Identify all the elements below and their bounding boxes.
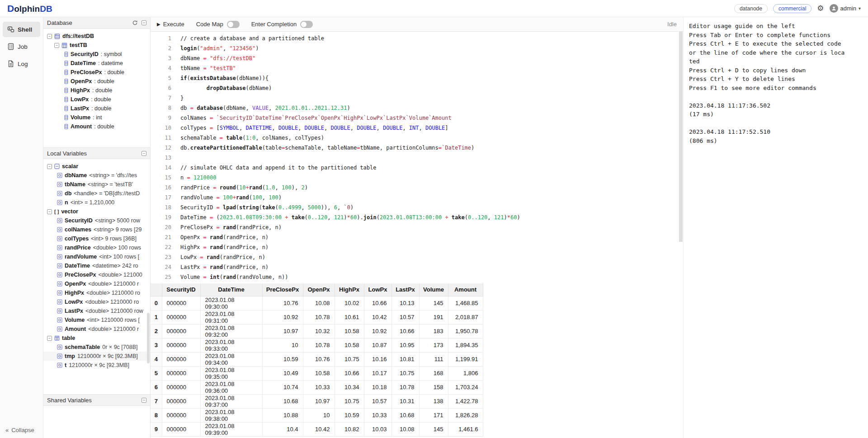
table-cell[interactable]: 2023.01.08 09:33:00 xyxy=(200,338,262,352)
sidebar-item-shell[interactable]: Shell xyxy=(3,22,40,37)
table-cell[interactable]: 10.08 xyxy=(392,422,419,436)
code-map-toggle[interactable] xyxy=(227,21,240,28)
commercial-button[interactable]: commercial xyxy=(773,4,811,13)
variable-item[interactable]: Volume<int> 1210000 rows [ xyxy=(43,316,150,325)
table-cell[interactable]: 2023.01.08 09:39:00 xyxy=(200,422,262,436)
code-line-text[interactable]: tbName = "testTB" xyxy=(180,63,236,73)
table-cell[interactable]: 10.02 xyxy=(335,296,364,310)
code-line-text[interactable]: db = database(dbName, VALUE, 2021.01.01.… xyxy=(180,103,350,113)
table-cell[interactable]: 1,950.78 xyxy=(448,324,483,338)
variable-item[interactable]: HighPx<double> 1210000 ro xyxy=(43,288,150,297)
table-cell[interactable]: 10.78 xyxy=(303,338,335,352)
collapse-variables-panel-icon[interactable]: − xyxy=(142,151,146,156)
table-cell[interactable]: 10.59 xyxy=(335,408,364,422)
table-cell[interactable]: 10.42 xyxy=(303,422,335,436)
table-cell[interactable]: 10.32 xyxy=(303,324,335,338)
table-cell[interactable]: 145 xyxy=(419,296,448,310)
code-line-text[interactable]: DateTime = (2023.01.08T09:30:00 + take(0… xyxy=(180,212,520,222)
sidebar-item-log[interactable]: Log xyxy=(3,56,40,71)
variable-item[interactable]: OpenPx<double> 1210000 r xyxy=(43,279,150,288)
table-cell[interactable]: 2023.01.08 09:32:00 xyxy=(200,324,262,338)
variable-group-table[interactable]: −table xyxy=(43,334,150,343)
collapse-sidebar-button[interactable]: « Collapse xyxy=(0,422,43,438)
database-node[interactable]: − dfs://testDB xyxy=(43,32,150,41)
table-cell[interactable]: 10.13 xyxy=(392,296,419,310)
variable-group-vector[interactable]: −[ ]vector xyxy=(43,207,150,216)
table-cell[interactable]: 000000 xyxy=(162,394,200,408)
table-cell[interactable]: 171 xyxy=(419,408,448,422)
db-column[interactable]: HighPx: double xyxy=(43,86,150,95)
table-cell[interactable]: 000000 xyxy=(162,352,200,366)
code-line-text[interactable]: db.createPartitionedTable(table=schemaTa… xyxy=(180,143,474,153)
variables-scrollbar[interactable] xyxy=(147,313,150,363)
table-cell[interactable]: 1,422.78 xyxy=(448,394,483,408)
column-header[interactable]: DateTime xyxy=(200,283,262,296)
table-cell[interactable]: 000000 xyxy=(162,338,200,352)
table-cell[interactable]: 10.68 xyxy=(392,408,419,422)
code-line-text[interactable]: colTypes = [SYMBOL, DATETIME, DOUBLE, DO… xyxy=(180,123,448,133)
variable-item[interactable]: colTypes<int> 9 rows [36B] xyxy=(43,234,150,243)
table-cell[interactable]: 10.16 xyxy=(364,352,392,366)
table-cell[interactable]: 10.58 xyxy=(303,366,335,380)
variable-item[interactable]: randPrice<double> 100 rows xyxy=(43,243,150,252)
variable-item[interactable]: tmp 1210000r × 9c [92.3MB] xyxy=(43,352,150,361)
expander-icon[interactable]: − xyxy=(47,209,52,214)
code-line-text[interactable]: PreClosePx = rand(randPrice, n) xyxy=(180,222,282,232)
table-cell[interactable]: 10.75 xyxy=(335,394,364,408)
code-line-text[interactable]: login("admin", "123456") xyxy=(180,43,259,53)
table-cell[interactable]: 10.33 xyxy=(364,408,392,422)
table-cell[interactable]: 10.76 xyxy=(262,296,303,310)
db-column[interactable]: LastPx: double xyxy=(43,104,150,113)
table-cell[interactable]: 138 xyxy=(419,394,448,408)
dolphindb-logo[interactable]: DolphinDB xyxy=(7,3,52,14)
code-line-text[interactable]: Volume = int(rand(randVolume, n)) xyxy=(180,272,288,282)
table-cell[interactable]: 145 xyxy=(419,422,448,436)
code-line-text[interactable]: randVolume = 100+rand(100, 100) xyxy=(180,193,282,203)
db-column[interactable]: LowPx: double xyxy=(43,95,150,104)
code-line-text[interactable]: dropDatabase(dbName) xyxy=(180,83,272,93)
table-cell[interactable]: 000000 xyxy=(162,422,200,436)
variable-item[interactable]: Amount<double> 1210000 r xyxy=(43,325,150,334)
table-cell[interactable]: 000000 xyxy=(162,296,200,310)
table-cell[interactable]: 10.78 xyxy=(392,380,419,394)
collapse-shared-panel-icon[interactable]: − xyxy=(142,398,146,403)
code-line-text[interactable]: } xyxy=(180,93,184,103)
table-cell[interactable]: 10.97 xyxy=(262,324,303,338)
table-cell[interactable]: 1,468.85 xyxy=(448,296,483,310)
sidebar-item-job[interactable]: Job xyxy=(3,39,40,54)
variable-item[interactable]: SecurityID<string> 5000 row xyxy=(43,216,150,225)
table-cell[interactable]: 10.88 xyxy=(262,408,303,422)
variable-group-scalar[interactable]: −scalar xyxy=(43,162,150,171)
code-line-text[interactable]: OpenPx = rand(randPrice, n) xyxy=(180,232,269,242)
variable-item[interactable]: colNames<string> 9 rows [29 xyxy=(43,225,150,234)
table-cell[interactable]: 183 xyxy=(419,324,448,338)
table-cell[interactable]: 10.58 xyxy=(335,324,364,338)
variable-item[interactable]: schemaTable 0r × 9c [708B] xyxy=(43,343,150,352)
table-node[interactable]: − testTB xyxy=(43,41,150,50)
column-header[interactable]: Volume xyxy=(419,283,448,296)
table-cell[interactable]: 10 xyxy=(262,338,303,352)
db-column[interactable]: PreClosePx: double xyxy=(43,68,150,77)
table-cell[interactable]: 10.03 xyxy=(364,422,392,436)
table-cell[interactable]: 2023.01.08 09:34:00 xyxy=(200,352,262,366)
table-cell[interactable]: 111 xyxy=(419,352,448,366)
code-line-text[interactable]: SecurityID = lpad(string(take(0..4999, 5… xyxy=(180,203,354,212)
table-cell[interactable]: 1,826.28 xyxy=(448,408,483,422)
column-header[interactable]: LowPx xyxy=(364,283,392,296)
table-cell[interactable]: 2023.01.08 09:36:00 xyxy=(200,380,262,394)
variable-item[interactable]: dbName<string> = 'dfs://tes xyxy=(43,171,150,180)
table-cell[interactable]: 191 xyxy=(419,310,448,324)
table-cell[interactable]: 10.95 xyxy=(392,338,419,352)
code-line-text[interactable]: colNames = `SecurityID`DateTime`PreClose… xyxy=(180,113,452,123)
refresh-icon[interactable] xyxy=(132,20,138,26)
table-cell[interactable]: 10.82 xyxy=(335,422,364,436)
table-cell[interactable]: 10.08 xyxy=(303,296,335,310)
db-column[interactable]: SecurityID: symbol xyxy=(43,50,150,59)
table-cell[interactable]: 10.92 xyxy=(262,310,303,324)
db-column[interactable]: DateTime: datetime xyxy=(43,59,150,68)
variable-item[interactable]: LastPx<double> 1210000 row xyxy=(43,306,150,316)
table-cell[interactable]: 000000 xyxy=(162,380,200,394)
table-cell[interactable]: 000000 xyxy=(162,310,200,324)
table-cell[interactable]: 10.68 xyxy=(262,394,303,408)
table-cell[interactable]: 10.17 xyxy=(364,366,392,380)
